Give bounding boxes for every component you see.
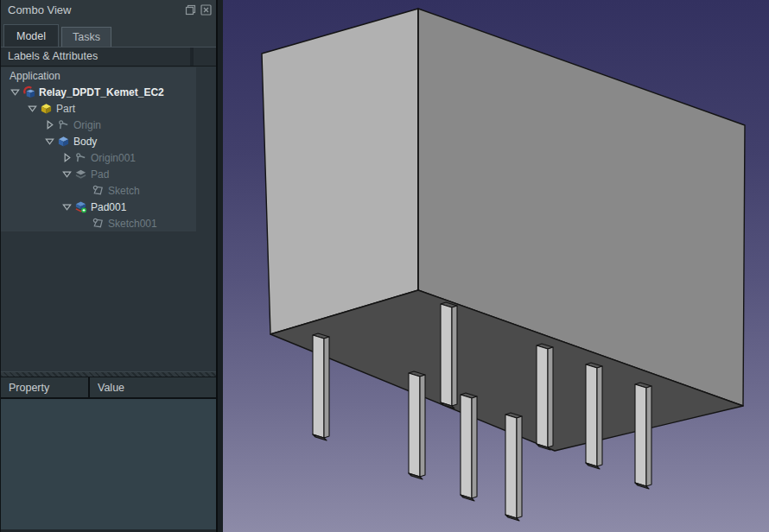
sketch-icon bbox=[91, 217, 105, 231]
tree-item-label: Sketch bbox=[108, 185, 140, 197]
tree-item-label: Sketch001 bbox=[108, 218, 157, 230]
tree-item-origin001[interactable]: Origin001 bbox=[1, 149, 196, 166]
tree-item-label: Part bbox=[56, 103, 75, 115]
panel-title: Combo View bbox=[8, 3, 71, 16]
tab-tasks-label: Tasks bbox=[73, 31, 100, 43]
pin-5-side[interactable] bbox=[517, 416, 522, 518]
tree-item-label: Relay_DPDT_Kemet_EC2 bbox=[39, 86, 164, 98]
tree-item-label: Origin bbox=[73, 119, 101, 131]
expand-arrow-icon[interactable] bbox=[25, 102, 39, 115]
origin-icon bbox=[73, 151, 87, 165]
pin-1-front[interactable] bbox=[313, 335, 324, 438]
pin-5-front[interactable] bbox=[505, 415, 517, 518]
freecad-window: Combo View Model Tasks Labels & At bbox=[0, 0, 769, 532]
combo-view-tabs: Model Tasks bbox=[1, 19, 216, 47]
close-panel-icon[interactable] bbox=[200, 4, 212, 16]
expand-arrow-icon[interactable] bbox=[60, 200, 73, 213]
property-table[interactable] bbox=[1, 399, 216, 532]
tree-item-label: Body bbox=[73, 136, 97, 148]
expand-arrow-icon[interactable] bbox=[8, 86, 22, 98]
origin-icon bbox=[56, 118, 70, 132]
pin-8-front[interactable] bbox=[635, 384, 646, 486]
tree-item-label: Origin001 bbox=[91, 152, 136, 164]
tree-item-application[interactable]: Application bbox=[1, 67, 196, 84]
part-icon bbox=[39, 102, 53, 116]
combo-view-panel: Combo View Model Tasks Labels & At bbox=[0, 0, 218, 532]
pin-4-side[interactable] bbox=[472, 396, 477, 498]
collapse-arrow-icon[interactable] bbox=[60, 151, 73, 164]
expand-arrow-icon[interactable] bbox=[60, 168, 73, 180]
model-tree[interactable]: ApplicationRelay_DPDT_Kemet_EC2PartOrigi… bbox=[1, 66, 216, 371]
tree-rows: ApplicationRelay_DPDT_Kemet_EC2PartOrigi… bbox=[1, 67, 196, 231]
expand-arrow-icon[interactable] bbox=[42, 135, 56, 148]
tab-model-label: Model bbox=[16, 30, 46, 42]
pin-2-side[interactable] bbox=[420, 375, 425, 477]
float-panel-icon[interactable] bbox=[185, 4, 196, 16]
pin-8-side[interactable] bbox=[646, 386, 651, 486]
tree-header-extra-column[interactable] bbox=[194, 48, 216, 66]
3d-scene[interactable] bbox=[223, 0, 769, 532]
pin-6-front[interactable] bbox=[537, 345, 548, 447]
tree-item-label: Application bbox=[10, 70, 60, 82]
pin-3-side[interactable] bbox=[452, 306, 457, 406]
body-icon bbox=[56, 135, 70, 149]
property-column-header[interactable]: Property bbox=[1, 377, 90, 397]
pin-1-side[interactable] bbox=[324, 337, 329, 438]
tree-item-body[interactable]: Body bbox=[1, 133, 196, 149]
pin-4-front[interactable] bbox=[461, 395, 472, 498]
tree-item-part[interactable]: Part bbox=[1, 100, 196, 117]
3d-viewport[interactable] bbox=[223, 0, 769, 532]
title-buttons bbox=[185, 4, 212, 16]
tree-item-sketch001[interactable]: Sketch001 bbox=[1, 215, 196, 231]
expand-arrow-icon bbox=[77, 184, 91, 197]
tree-item-origin[interactable]: Origin bbox=[1, 117, 196, 133]
collapse-arrow-icon[interactable] bbox=[42, 118, 56, 131]
combo-view-titlebar[interactable]: Combo View bbox=[1, 0, 216, 19]
tree-item-pad[interactable]: Pad bbox=[1, 166, 196, 182]
property-table-header: Property Value bbox=[1, 377, 216, 399]
box-left-face[interactable] bbox=[262, 9, 418, 334]
value-column-header[interactable]: Value bbox=[90, 382, 124, 394]
tree-header-labels-column[interactable]: Labels & Attributes bbox=[1, 48, 194, 66]
tree-item-label: Pad bbox=[91, 168, 109, 180]
tree-item-label: Pad001 bbox=[91, 201, 126, 213]
tree-header: Labels & Attributes bbox=[1, 47, 216, 66]
sketch-icon bbox=[91, 184, 105, 198]
tree-item-relay_dpdt_kemet_ec2[interactable]: Relay_DPDT_Kemet_EC2 bbox=[1, 84, 196, 100]
tree-property-splitter[interactable] bbox=[1, 371, 216, 377]
pin-6-side[interactable] bbox=[548, 347, 553, 447]
expand-arrow-icon bbox=[77, 217, 91, 230]
tree-item-pad001[interactable]: Pad001 bbox=[1, 199, 196, 215]
pin-3-front[interactable] bbox=[441, 304, 452, 406]
pad-icon bbox=[73, 200, 87, 214]
pin-2-front[interactable] bbox=[409, 373, 420, 477]
document-icon bbox=[22, 86, 35, 99]
tab-tasks[interactable]: Tasks bbox=[61, 27, 111, 47]
pad-gray-icon bbox=[73, 168, 87, 181]
pin-7-side[interactable] bbox=[597, 366, 602, 466]
tab-model[interactable]: Model bbox=[3, 24, 59, 47]
tree-item-sketch[interactable]: Sketch bbox=[1, 182, 196, 199]
pin-7-front[interactable] bbox=[586, 364, 597, 466]
